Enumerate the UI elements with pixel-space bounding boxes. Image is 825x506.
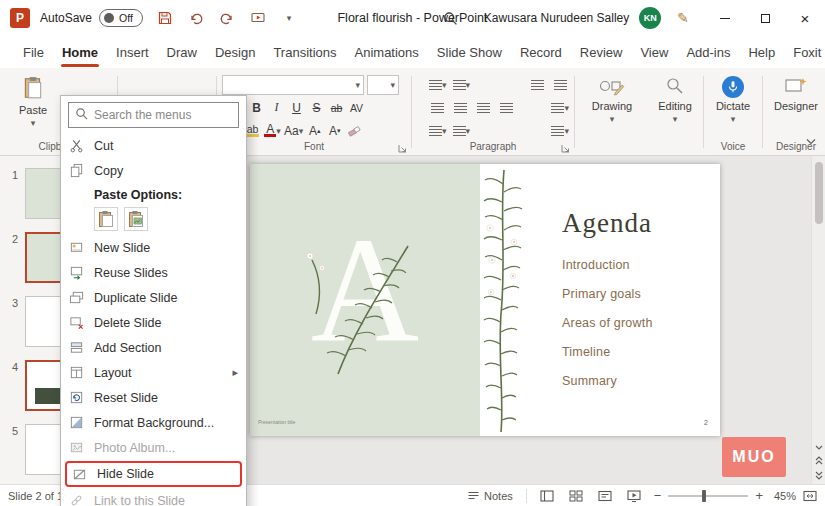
avatar[interactable]: KN [639, 7, 661, 29]
zoom-in-icon[interactable]: + [755, 488, 763, 503]
scroll-down-icon[interactable] [815, 445, 823, 450]
italic-icon[interactable]: I [268, 98, 285, 117]
close-button[interactable]: × [785, 0, 825, 36]
menu-draw[interactable]: Draw [158, 37, 206, 68]
decrease-font-size-icon[interactable]: A▾ [326, 121, 343, 140]
decrease-indent-icon[interactable] [529, 75, 546, 94]
drawing-button[interactable]: Drawing ▾ [580, 73, 644, 124]
menu-add-ins[interactable]: Add-ins [677, 37, 739, 68]
slide-title[interactable]: Agenda [562, 208, 712, 239]
character-spacing-icon[interactable]: AV [348, 98, 365, 117]
start-presentation-icon[interactable] [249, 7, 267, 29]
strikethrough-icon[interactable]: S [308, 98, 325, 117]
slide-canvas[interactable]: A Agenda Introduction Primary goals Area… [250, 164, 720, 436]
font-name-combo[interactable]: ▾ [222, 75, 364, 95]
menu-review[interactable]: Review [571, 37, 632, 68]
agenda-item[interactable]: Summary [562, 374, 712, 388]
menu-insert[interactable]: Insert [107, 37, 158, 68]
menu-item-format-background[interactable]: Format Background... [61, 410, 246, 435]
menu-item-hide-slide[interactable]: Hide Slide [67, 463, 240, 485]
collapse-ribbon-icon[interactable] [806, 134, 816, 148]
menu-design[interactable]: Design [206, 37, 264, 68]
slide-sorter-view-icon[interactable] [569, 490, 583, 502]
agenda-item[interactable]: Introduction [562, 258, 712, 272]
underline-icon[interactable]: U [288, 98, 305, 117]
menu-item-layout[interactable]: Layout ▸ [61, 360, 246, 385]
menu-view[interactable]: View [631, 37, 677, 68]
normal-view-icon[interactable] [540, 490, 554, 502]
menu-file[interactable]: File [14, 37, 53, 68]
paste-picture-icon[interactable] [124, 207, 148, 231]
menu-home[interactable]: Home [53, 37, 107, 68]
paragraph-dialog-launcher-icon[interactable] [561, 142, 570, 151]
menu-record[interactable]: Record [511, 37, 571, 68]
agenda-item[interactable]: Timeline [562, 345, 712, 359]
menu-transitions[interactable]: Transitions [264, 37, 345, 68]
subscript-icon[interactable]: ab [328, 98, 345, 117]
agenda-item[interactable]: Areas of growth [562, 316, 712, 330]
zoom-level[interactable]: 45% [770, 490, 796, 502]
menu-item-cut[interactable]: Cut [61, 133, 246, 158]
previous-slide-button[interactable] [815, 456, 823, 465]
pen-icon[interactable]: ✎ [677, 10, 689, 26]
menu-slide-show[interactable]: Slide Show [428, 37, 511, 68]
align-text-icon[interactable]: ▾ [551, 121, 569, 140]
menu-animations[interactable]: Animations [346, 37, 428, 68]
zoom-slider[interactable] [668, 495, 748, 497]
search-input[interactable] [94, 108, 232, 122]
context-menu-search[interactable] [68, 102, 239, 128]
reading-view-icon[interactable] [598, 490, 612, 502]
align-center-icon[interactable] [452, 98, 469, 117]
numbering-icon[interactable]: ▾ [453, 75, 471, 94]
thumbnail-number: 2 [4, 232, 18, 245]
save-icon[interactable] [156, 7, 174, 29]
font-color-icon[interactable]: A ▾ [264, 121, 281, 140]
menu-item-reuse-slides[interactable]: Reuse Slides [61, 260, 246, 285]
redo-icon[interactable] [218, 7, 236, 29]
quick-access-dropdown-icon[interactable]: ▾ [280, 7, 298, 29]
menu-item-reset-slide[interactable]: Reset Slide [61, 385, 246, 410]
next-slide-button[interactable] [815, 471, 823, 480]
increase-font-size-icon[interactable]: A▴ [306, 121, 323, 140]
minimize-button[interactable] [705, 0, 745, 36]
bold-icon[interactable]: B [248, 98, 265, 117]
notes-button[interactable]: Notes [467, 490, 513, 502]
autosave-toggle[interactable]: Off [99, 9, 143, 27]
menu-item-copy[interactable]: Copy [61, 158, 246, 183]
paste-destination-theme-icon[interactable] [94, 207, 118, 231]
powerpoint-logo-icon[interactable]: P [10, 8, 30, 28]
clear-formatting-icon[interactable] [346, 121, 363, 140]
menu-item-duplicate-slide[interactable]: Duplicate Slide [61, 285, 246, 310]
menu-item-delete-slide[interactable]: Delete Slide [61, 310, 246, 335]
vertical-scrollbar[interactable] [811, 156, 825, 484]
undo-icon[interactable] [187, 7, 205, 29]
menu-help[interactable]: Help [739, 37, 784, 68]
editing-button[interactable]: Editing ▾ [652, 73, 698, 124]
dictate-button[interactable]: Dictate ▾ [709, 73, 757, 124]
agenda-item[interactable]: Primary goals [562, 287, 712, 301]
font-size-combo[interactable]: ▾ [367, 75, 399, 95]
zoom-slider-handle[interactable] [702, 490, 706, 502]
user-name[interactable]: Kawusara Nurudeen Salley [484, 11, 629, 25]
menu-item-add-section[interactable]: Add Section [61, 335, 246, 360]
increase-indent-icon[interactable] [552, 75, 569, 94]
scrollbar-thumb[interactable] [815, 162, 823, 224]
font-dialog-launcher-icon[interactable] [398, 142, 407, 151]
slide-show-view-icon[interactable] [627, 490, 641, 502]
designer-button[interactable]: Designer [768, 73, 824, 112]
align-right-icon[interactable] [475, 98, 492, 117]
bullets-icon[interactable]: ▾ [429, 75, 447, 94]
text-direction-icon[interactable]: ▾ [453, 121, 471, 140]
align-left-icon[interactable] [429, 98, 446, 117]
change-case-icon[interactable]: Aa▾ [284, 121, 303, 140]
menu-foxit-pdf[interactable]: Foxit PDF [784, 37, 825, 68]
justify-icon[interactable] [498, 98, 515, 117]
line-spacing-icon[interactable]: ▾ [551, 98, 569, 117]
maximize-button[interactable] [745, 0, 785, 36]
paste-button[interactable]: Paste ▾ [8, 73, 58, 128]
zoom-out-icon[interactable]: − [654, 488, 662, 503]
slide-text-block[interactable]: Agenda Introduction Primary goals Areas … [562, 208, 712, 403]
columns-icon[interactable]: ▾ [429, 121, 447, 140]
fit-slide-to-window-icon[interactable] [803, 490, 817, 502]
menu-item-new-slide[interactable]: New Slide [61, 235, 246, 260]
